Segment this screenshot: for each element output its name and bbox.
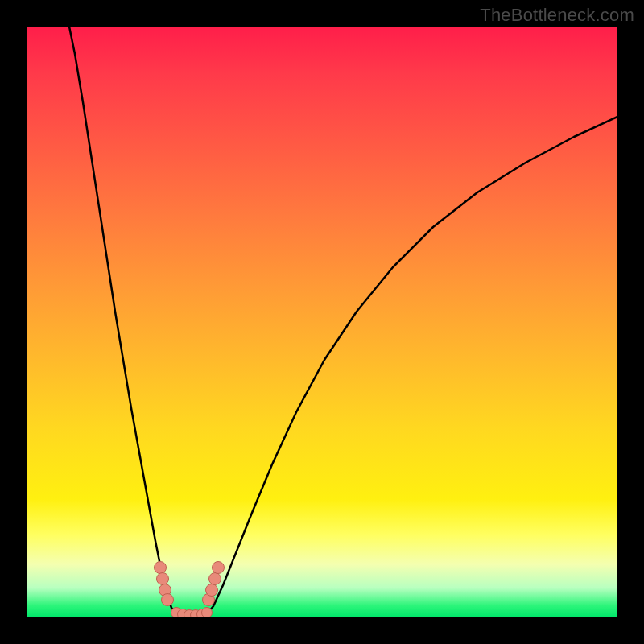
plot-area [27, 27, 617, 617]
curve-right-branch [207, 117, 617, 614]
bottleneck-curve [69, 27, 617, 616]
curve-marker [213, 562, 225, 574]
curve-marker [209, 573, 221, 585]
marker-cluster [155, 562, 225, 618]
curve-left-branch [69, 27, 176, 614]
curve-marker [157, 573, 169, 585]
curve-marker [202, 608, 213, 618]
watermark-text: TheBottleneck.com [480, 5, 634, 26]
curve-marker [206, 584, 218, 597]
chart-frame: TheBottleneck.com [0, 0, 644, 644]
curve-marker [162, 594, 174, 606]
curve-marker [155, 562, 167, 574]
curve-svg [27, 27, 617, 617]
